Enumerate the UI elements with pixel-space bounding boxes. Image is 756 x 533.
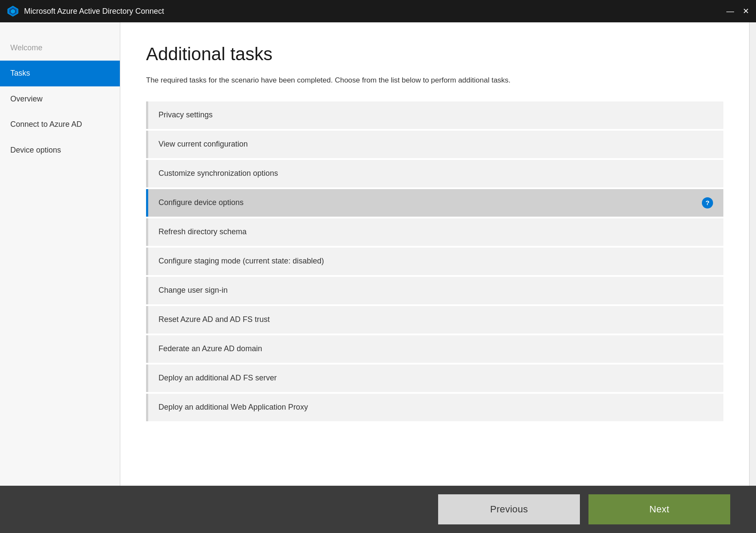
minimize-button[interactable]: —	[726, 7, 734, 15]
sidebar: Welcome Tasks Overview Connect to Azure …	[0, 22, 120, 486]
sidebar-item-device-options[interactable]: Device options	[0, 138, 120, 163]
previous-button[interactable]: Previous	[438, 494, 580, 524]
title-bar: Microsoft Azure Active Directory Connect…	[0, 0, 756, 22]
task-item-deploy-additional-adfs[interactable]: Deploy an additional AD FS server	[146, 365, 723, 392]
sidebar-item-tasks[interactable]: Tasks	[0, 61, 120, 86]
sidebar-item-overview[interactable]: Overview	[0, 86, 120, 112]
azure-ad-icon	[7, 5, 19, 17]
task-item-view-current-config[interactable]: View current configuration	[146, 131, 723, 158]
task-item-reset-azure-ad-trust[interactable]: Reset Azure AD and AD FS trust	[146, 306, 723, 334]
task-item-configure-staging-mode[interactable]: Configure staging mode (current state: d…	[146, 248, 723, 275]
task-item-refresh-directory-schema[interactable]: Refresh directory schema	[146, 218, 723, 246]
close-button[interactable]: ✕	[743, 7, 749, 15]
page-description: The required tasks for the scenario have…	[146, 75, 533, 86]
content-area: Welcome Tasks Overview Connect to Azure …	[0, 22, 756, 486]
footer: Previous Next	[0, 486, 756, 533]
task-item-configure-device-options[interactable]: Configure device options ?	[146, 189, 723, 217]
next-button[interactable]: Next	[588, 494, 730, 524]
task-list: Privacy settings View current configurat…	[146, 101, 723, 421]
task-item-change-user-sign-in[interactable]: Change user sign-in	[146, 277, 723, 304]
window-controls: — ✕	[726, 7, 749, 15]
sidebar-item-connect-azure-ad[interactable]: Connect to Azure AD	[0, 112, 120, 137]
page-title: Additional tasks	[146, 44, 723, 64]
window-title: Microsoft Azure Active Directory Connect	[24, 7, 726, 16]
scrollbar-track[interactable]	[749, 22, 756, 486]
main-content: Additional tasks The required tasks for …	[120, 22, 749, 486]
help-icon[interactable]: ?	[702, 197, 713, 208]
task-item-deploy-additional-wap[interactable]: Deploy an additional Web Application Pro…	[146, 394, 723, 421]
task-item-privacy-settings[interactable]: Privacy settings	[146, 101, 723, 129]
task-item-federate-azure-ad-domain[interactable]: Federate an Azure AD domain	[146, 335, 723, 363]
sidebar-item-welcome[interactable]: Welcome	[0, 35, 120, 61]
task-item-customize-sync[interactable]: Customize synchronization options	[146, 160, 723, 187]
window-body: Welcome Tasks Overview Connect to Azure …	[0, 22, 756, 533]
